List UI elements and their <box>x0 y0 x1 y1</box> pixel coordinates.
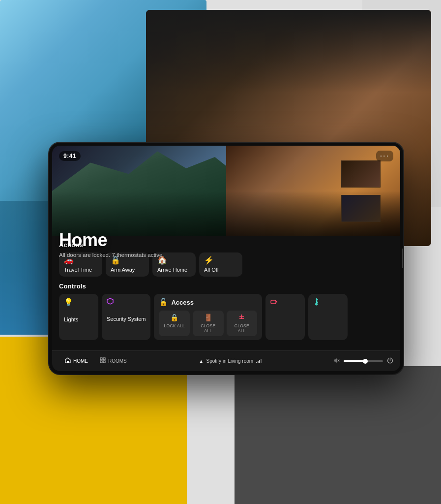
status-icons: ··· <box>376 151 393 161</box>
control-access[interactable]: 🔓 Access 🔒 LOCK ALL 🚪 CLOSE ALL <box>154 294 262 340</box>
svg-rect-4 <box>271 300 276 304</box>
svg-rect-13 <box>100 358 102 360</box>
close-all-2-icon <box>238 314 245 321</box>
rooms-nav-icon <box>100 357 106 365</box>
svg-rect-16 <box>103 361 105 363</box>
control-lights[interactable]: 💡 Lights <box>59 294 98 340</box>
controls-section-label: Controls <box>59 283 393 290</box>
tablet-device: 9:41 ··· Home All doors are locked. 7 th… <box>49 143 403 374</box>
wall-portrait-2 <box>341 195 381 222</box>
access-lock-all[interactable]: 🔒 LOCK ALL <box>159 311 190 336</box>
access-lock-icon: 🔓 <box>159 298 168 307</box>
music-chevron: ▲ <box>199 359 204 364</box>
lock-all-label: LOCK ALL <box>164 323 185 328</box>
nav-home[interactable]: HOME <box>59 357 94 365</box>
tablet-screen: 9:41 ··· Home All doors are locked. 7 th… <box>52 146 400 371</box>
controls-row: 💡 Lights Security System 🔓 Access <box>59 294 393 340</box>
power-button[interactable] <box>387 357 393 365</box>
svg-rect-19 <box>259 360 260 363</box>
access-sub-cards: 🔒 LOCK ALL 🚪 CLOSE ALL <box>159 311 257 336</box>
all-off-label: All Off <box>204 267 219 273</box>
nav-rooms-label: ROOMS <box>108 358 127 364</box>
wall-portrait-1 <box>341 160 381 188</box>
lights-label: Lights <box>64 316 78 322</box>
svg-rect-12 <box>67 361 69 363</box>
volume-fill <box>344 360 365 362</box>
music-label: Spotify in Living room <box>206 358 254 364</box>
time-display: 9:41 <box>59 151 81 161</box>
svg-rect-17 <box>256 362 257 363</box>
home-title-area: Home All doors are locked. 7 thermostats… <box>59 230 164 258</box>
status-bar: 9:41 ··· <box>59 151 393 161</box>
security-label: Security System <box>107 316 146 322</box>
close-all-2-label: CLOSE ALL <box>231 323 254 333</box>
close-all-1-icon: 🚪 <box>204 314 212 321</box>
arrive-home-label: Arrive Home <box>157 267 187 273</box>
access-title: Access <box>171 299 194 306</box>
cameras-icon <box>270 298 278 306</box>
access-close-all-2[interactable]: CLOSE ALL <box>227 311 258 336</box>
nav-home-label: HOME <box>73 358 88 364</box>
control-security[interactable]: Security System <box>102 294 150 340</box>
close-all-1-label: CLOSE ALL <box>197 323 220 333</box>
svg-rect-14 <box>103 358 105 360</box>
tablet-edge-button <box>402 249 403 268</box>
music-signal-icon <box>256 358 262 364</box>
svg-rect-18 <box>258 361 259 363</box>
volume-slider[interactable] <box>344 360 383 362</box>
access-header: 🔓 Access <box>159 298 194 307</box>
bg-dark-block <box>235 366 441 504</box>
lights-icon: 💡 <box>64 298 73 307</box>
svg-rect-20 <box>261 359 262 363</box>
volume-thumb <box>363 359 368 364</box>
svg-marker-21 <box>334 358 337 363</box>
volume-controls <box>328 357 393 365</box>
svg-rect-15 <box>100 361 102 363</box>
home-title: Home <box>59 230 164 251</box>
security-icon <box>107 298 114 306</box>
action-all-off[interactable]: ⚡ All Off <box>199 252 242 277</box>
nav-rooms[interactable]: ROOMS <box>94 357 133 365</box>
bottom-bar: HOME ROOMS ▲ Spotify in Living room <box>52 350 400 371</box>
home-nav-icon <box>65 357 71 365</box>
more-menu-button[interactable]: ··· <box>376 151 393 161</box>
mute-icon[interactable] <box>333 358 340 365</box>
svg-marker-0 <box>107 298 113 304</box>
travel-time-label: Travel Time <box>64 267 92 273</box>
control-cameras[interactable] <box>265 294 305 340</box>
control-climate[interactable] <box>308 294 348 340</box>
all-off-icon: ⚡ <box>204 256 214 264</box>
lock-all-icon: 🔒 <box>170 314 178 321</box>
access-close-all-1[interactable]: 🚪 CLOSE ALL <box>193 311 224 336</box>
home-subtitle: All doors are locked. 7 thermostats acti… <box>59 252 164 258</box>
climate-icon <box>313 298 320 307</box>
music-player[interactable]: ▲ Spotify in Living room <box>133 358 328 364</box>
arm-away-label: Arm Away <box>111 267 135 273</box>
